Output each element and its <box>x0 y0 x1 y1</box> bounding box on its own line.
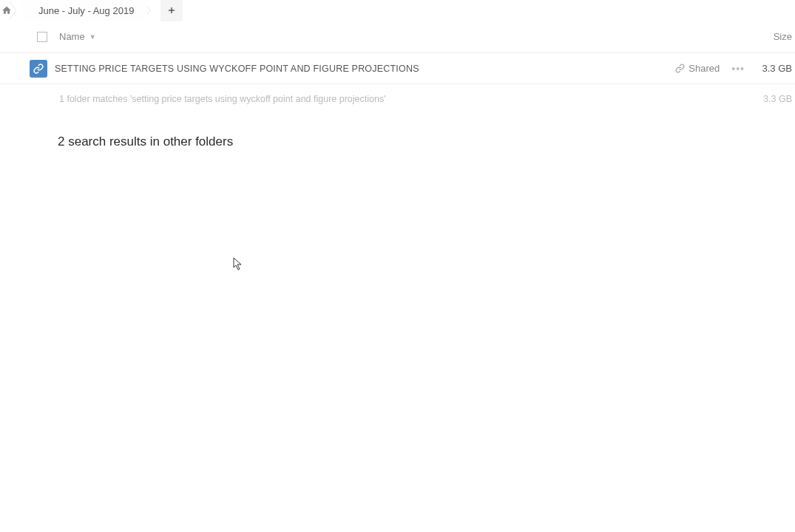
shared-label: Shared <box>689 63 720 74</box>
file-name: SETTING PRICE TARGETS USING WYCKOFF POIN… <box>55 64 419 74</box>
select-all-checkbox[interactable] <box>37 32 47 42</box>
breadcrumb-current[interactable]: June - July - Aug 2019 <box>22 0 147 21</box>
search-summary-row: 1 folder matches 'setting price targets … <box>0 84 795 114</box>
name-header-label: Name <box>59 31 85 42</box>
shared-badge: Shared <box>675 63 720 74</box>
size-column-header[interactable]: Size <box>774 31 792 42</box>
other-results-heading: 2 search results in other folders <box>58 134 795 149</box>
breadcrumb-label: June - July - Aug 2019 <box>38 5 134 16</box>
summary-text: 1 folder matches 'setting price targets … <box>59 94 386 104</box>
file-size: 3.3 GB <box>757 63 792 74</box>
size-header-label: Size <box>774 31 792 42</box>
summary-total-size: 3.3 GB <box>763 94 792 104</box>
name-column-header[interactable]: Name ▼ <box>59 31 96 42</box>
file-row[interactable]: SETTING PRICE TARGETS USING WYCKOFF POIN… <box>0 53 795 84</box>
link-icon <box>675 64 685 73</box>
chevron-right-icon <box>9 0 22 21</box>
cursor-icon <box>233 257 245 272</box>
more-options-button[interactable]: ••• <box>720 63 757 75</box>
add-tab-button[interactable] <box>160 0 183 21</box>
column-headers: Name ▼ Size <box>0 21 795 53</box>
folder-link-icon <box>30 60 47 78</box>
breadcrumb-bar: June - July - Aug 2019 <box>0 0 795 21</box>
sort-caret-icon: ▼ <box>89 33 96 41</box>
